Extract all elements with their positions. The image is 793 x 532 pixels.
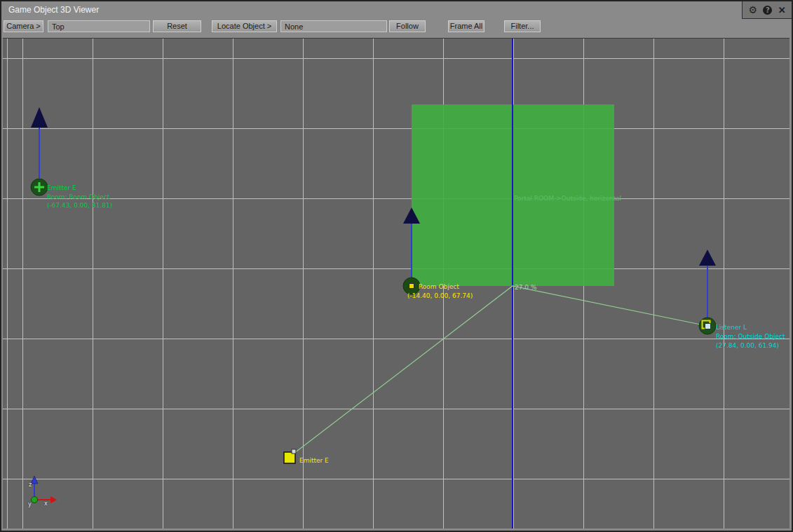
follow-button[interactable]: Follow (389, 20, 426, 32)
emitter-room-room: Room: Room Object (47, 193, 112, 202)
axis-x-label: x (44, 500, 48, 507)
axis-y-label: y (28, 501, 32, 507)
gear-icon[interactable]: ⚙ (748, 5, 757, 15)
axis-z-arrow-head (31, 476, 38, 484)
title-bar-icon-tab: ⚙ ? ✕ (742, 1, 792, 19)
viewport-overlay (3, 39, 789, 528)
reset-button[interactable]: Reset (153, 20, 201, 32)
listener-name: Listener L (716, 323, 785, 332)
propagation-path-line (294, 286, 707, 453)
emitter-outside-corner-glyph (292, 449, 296, 453)
window-title: Game Object 3D Viewer (8, 5, 99, 15)
emitter-outside-name: Emitter E (299, 456, 329, 465)
emitter-room-name: Emitter E (47, 184, 112, 193)
axis-y-dot (32, 497, 38, 503)
game-object-3d-viewer-window: Game Object 3D Viewer ⚙ ? ✕ Camera > Res… (0, 0, 793, 532)
close-icon[interactable]: ✕ (778, 6, 786, 15)
camera-menu-button[interactable]: Camera > (4, 20, 43, 32)
help-icon[interactable]: ? (763, 6, 772, 15)
listener-label-block: Listener L Room: Outside Object (27.84, … (716, 323, 785, 350)
listener-arrow-head (699, 250, 716, 266)
room-object-coords: (-14.40, 0.00, 67.74) (407, 292, 473, 301)
locate-object-field[interactable] (280, 20, 387, 32)
listener-coords: (27.84, 0.00, 61.94) (716, 341, 785, 350)
locate-object-menu-button[interactable]: Locate Object > (212, 20, 277, 32)
emitter-room-arrow-head (31, 107, 48, 128)
toolbar: Camera > Reset Locate Object > Follow Fr… (1, 18, 792, 38)
axis-z-label: z (29, 482, 32, 488)
filter-button[interactable]: Filter... (504, 20, 541, 32)
listener-inner-square-glyph (705, 324, 711, 329)
axis-x-arrow-head (50, 496, 57, 503)
viewport-3d[interactable]: Portal ROOM->Outside, horizontal 27.0 % … (3, 38, 789, 528)
axis-gizmo (31, 476, 57, 503)
title-bar[interactable]: Game Object 3D Viewer ⚙ ? ✕ (1, 1, 792, 18)
portal-percent-label: 27.0 % (515, 283, 536, 292)
listener-room: Room: Outside Object (716, 332, 785, 341)
room-object-name: Room Object (419, 282, 459, 292)
room-object-square-glyph (409, 284, 414, 289)
camera-view-field[interactable] (48, 20, 150, 32)
frame-all-button[interactable]: Frame All (448, 20, 484, 32)
portal-label: Portal ROOM->Outside, horizontal (514, 194, 621, 203)
emitter-room-coords: (-67.43, 0.00, 81.81) (47, 201, 112, 210)
emitter-room-label-block: Emitter E Room: Room Object (-67.43, 0.0… (47, 184, 112, 210)
